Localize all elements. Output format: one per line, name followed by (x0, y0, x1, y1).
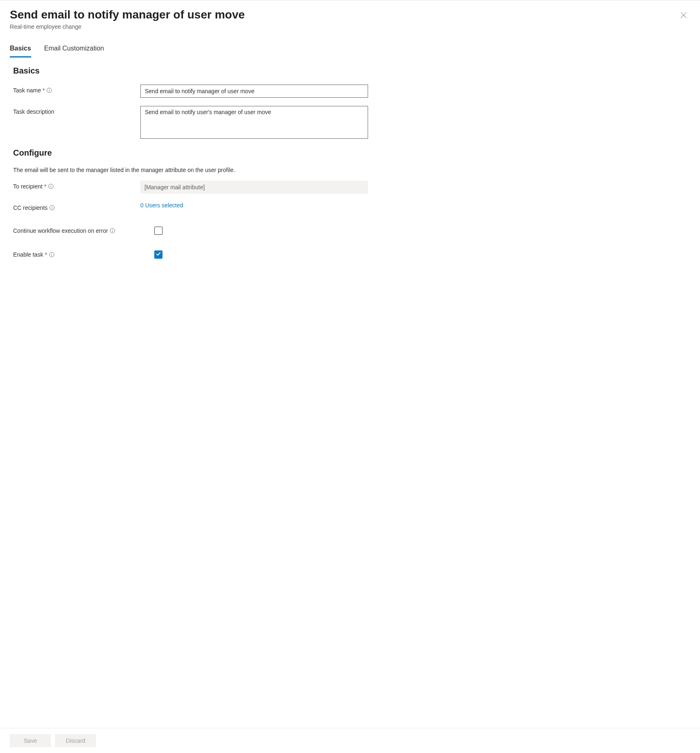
label-enable-task: Enable task * (13, 251, 140, 258)
label-task-name-text: Task name (13, 87, 41, 94)
svg-point-13 (112, 229, 113, 230)
label-task-description: Task description (13, 106, 140, 115)
label-cc-recipients-text: CC recipients (13, 204, 48, 211)
label-enable-task-text: Enable task (13, 251, 43, 258)
checkbox-enable-task[interactable] (154, 250, 162, 259)
label-cc-recipients: CC recipients (13, 202, 140, 211)
required-marker: * (43, 87, 45, 94)
checkmark-icon (156, 251, 161, 258)
panel-content: Basics Task name * Task description (0, 58, 700, 728)
control-continue-on-error (154, 227, 162, 235)
row-cc-recipients: CC recipients 0 Users selected (13, 202, 687, 211)
svg-point-16 (51, 253, 52, 253)
input-to-recipient (140, 181, 368, 194)
close-icon (680, 12, 687, 20)
svg-point-10 (52, 206, 53, 207)
panel-header: Send email to notify manager of user mov… (0, 0, 700, 30)
discard-button[interactable]: Discard (55, 734, 96, 747)
info-icon[interactable] (49, 205, 55, 211)
tab-basics[interactable]: Basics (10, 45, 31, 57)
info-icon[interactable] (49, 252, 55, 257)
control-task-description (140, 106, 368, 140)
row-continue-on-error: Continue workflow execution on error (13, 227, 687, 235)
row-task-name: Task name * (13, 85, 687, 98)
textarea-task-description[interactable] (140, 106, 368, 139)
section-title-configure: Configure (13, 148, 687, 158)
checkbox-continue-on-error[interactable] (154, 227, 162, 235)
close-button[interactable] (677, 9, 690, 23)
cc-recipients-link[interactable]: 0 Users selected (140, 202, 183, 209)
svg-point-7 (51, 185, 51, 185)
control-enable-task (154, 250, 162, 259)
task-edit-panel: Send email to notify manager of user mov… (0, 0, 700, 753)
tab-email-customization[interactable]: Email Customization (44, 45, 104, 57)
row-enable-task: Enable task * (13, 250, 687, 259)
header-text-group: Send email to notify manager of user mov… (10, 7, 677, 30)
panel-footer: Save Discard (0, 728, 700, 753)
panel-title: Send email to notify manager of user mov… (10, 7, 677, 23)
info-icon[interactable] (110, 228, 115, 234)
info-icon[interactable] (48, 184, 54, 189)
save-button[interactable]: Save (10, 734, 51, 747)
required-marker: * (44, 183, 46, 190)
label-task-description-text: Task description (13, 108, 54, 115)
configure-helper-text: The email will be sent to the manager li… (13, 167, 687, 173)
control-to-recipient (140, 181, 368, 194)
label-to-recipient-text: To recipient (13, 183, 43, 190)
info-icon[interactable] (46, 87, 52, 93)
tabs-bar: Basics Email Customization (0, 45, 700, 58)
svg-point-4 (49, 89, 50, 89)
label-task-name: Task name * (13, 85, 140, 94)
required-marker: * (45, 251, 47, 258)
control-task-name (140, 85, 368, 98)
section-title-basics: Basics (13, 66, 687, 76)
row-task-description: Task description (13, 106, 687, 140)
row-to-recipient: To recipient * (13, 181, 687, 194)
panel-subtitle: Real-time employee change (10, 23, 677, 30)
control-cc-recipients: 0 Users selected (140, 202, 368, 209)
label-continue-on-error-text: Continue workflow execution on error (13, 227, 108, 234)
input-task-name[interactable] (140, 85, 368, 98)
label-continue-on-error: Continue workflow execution on error (13, 227, 140, 234)
label-to-recipient: To recipient * (13, 181, 140, 190)
